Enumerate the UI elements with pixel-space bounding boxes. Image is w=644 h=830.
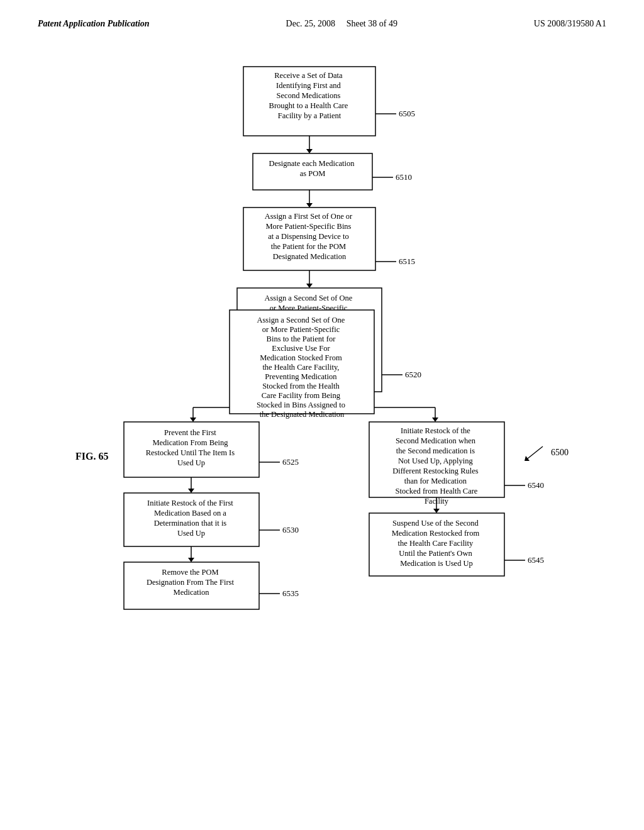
svg-marker-1 (525, 456, 530, 461)
header-left: Patent Application Publication (38, 19, 150, 29)
figure-ref-container: 6500 (521, 443, 569, 462)
figure-number: FIG. 65 (75, 451, 108, 462)
right-arrow-head (432, 418, 438, 422)
box1-text: Receive a Set of Data Identifying First … (269, 71, 350, 120)
header-date: Dec. 25, 2008 (286, 19, 336, 28)
header-center: Dec. 25, 2008 Sheet 38 of 49 (286, 19, 397, 29)
box4-text2: Care Facility from Being (270, 383, 349, 392)
figure-ref-label: 6500 (551, 448, 569, 458)
ref6540-label: 6540 (528, 480, 544, 490)
right-arrow2-head (433, 509, 440, 513)
box6right-text: Suspend Use of the Second Medication Res… (392, 519, 482, 568)
box5right-text: Initiate Restock of the Second Medicatio… (392, 426, 480, 495)
box3-text: Assign a First Set of One or More Patien… (265, 212, 355, 261)
arrow2-head (306, 203, 313, 208)
ref6510-label: 6510 (396, 172, 412, 182)
header-sheet: Sheet 38 of 49 (347, 19, 397, 28)
page: Patent Application Publication Dec. 25, … (0, 0, 644, 830)
ref6530-label: 6530 (282, 525, 299, 534)
ref-arrow-svg (521, 443, 546, 462)
page-header: Patent Application Publication Dec. 25, … (38, 19, 606, 29)
header-right: US 2008/319580 A1 (534, 19, 606, 29)
arrow3-head (306, 284, 313, 288)
ref6505-label: 6505 (399, 109, 415, 118)
left-arrow-head (190, 418, 196, 422)
ref6525-label: 6525 (282, 457, 299, 467)
ref6515-label: 6515 (399, 257, 415, 266)
flowchart-svg: Receive a Set of Data Identifying First … (83, 54, 561, 746)
ref6520-label: 6520 (405, 370, 421, 379)
svg-line-0 (527, 446, 543, 459)
ref6545-label: 6545 (528, 555, 544, 565)
flowchart-container: Receive a Set of Data Identifying First … (38, 54, 606, 746)
figure-label: FIG. 65 (75, 451, 108, 462)
ref6535-label: 6535 (282, 589, 299, 598)
left-arrow3-head (188, 558, 194, 562)
arrow1-head (306, 149, 313, 153)
left-arrow2-head (188, 489, 194, 493)
